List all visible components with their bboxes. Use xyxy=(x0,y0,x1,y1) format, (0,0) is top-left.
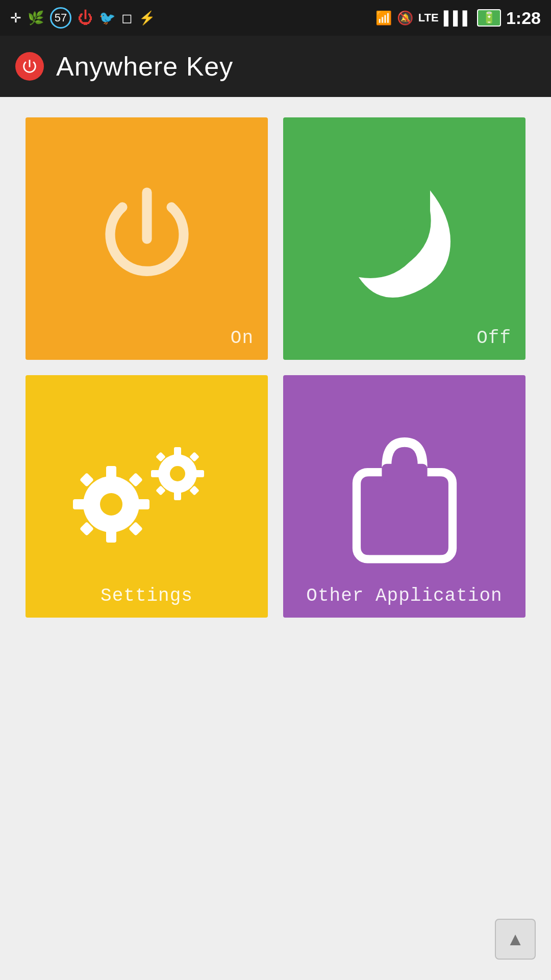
power-icon xyxy=(86,180,208,303)
signal-bars-icon: ▌▌▌ xyxy=(444,10,472,26)
app-title: Anywhere Key xyxy=(56,51,233,82)
svg-rect-24 xyxy=(382,463,427,481)
svg-rect-15 xyxy=(174,491,181,500)
svg-point-3 xyxy=(100,493,122,516)
app-bar: Anywhere Key xyxy=(0,36,551,97)
leaf-icon: 🌿 xyxy=(28,10,44,26)
counter-badge: 57 xyxy=(50,7,71,29)
mute-icon: 🔕 xyxy=(397,10,413,26)
gears-icon xyxy=(70,428,223,571)
svg-rect-23 xyxy=(361,476,448,555)
svg-rect-16 xyxy=(151,470,160,477)
bird-icon: 🐦 xyxy=(99,10,115,26)
add-icon: ✛ xyxy=(10,10,21,26)
settings-tile-label: Settings xyxy=(101,585,193,606)
power-icon-container xyxy=(86,138,208,345)
counter-value: 57 xyxy=(55,11,67,24)
scroll-up-button[interactable]: ▲ xyxy=(495,919,536,960)
battery-icon: 🔋 xyxy=(477,9,501,27)
off-tile[interactable]: Off xyxy=(283,117,525,360)
svg-rect-17 xyxy=(195,470,204,477)
main-content: On Off xyxy=(0,97,551,980)
svg-point-13 xyxy=(170,466,185,481)
off-tile-label: Off xyxy=(477,328,511,349)
svg-rect-14 xyxy=(174,447,181,456)
app-logo-power-icon xyxy=(21,58,38,75)
on-tile-label: On xyxy=(231,328,254,349)
status-bar: ✛ 🌿 57 ⏻ 🐦 ◻ ⚡ 📶 🔕 LTE ▌▌▌ 🔋 1:28 xyxy=(0,0,551,36)
settings-tile[interactable]: Settings xyxy=(26,375,268,618)
time-display: 1:28 xyxy=(506,8,541,28)
status-left-icons: ✛ 🌿 57 ⏻ 🐦 ◻ ⚡ xyxy=(10,7,155,29)
gears-icon-container xyxy=(70,396,223,602)
app-logo xyxy=(15,52,44,81)
power-red-icon: ⏻ xyxy=(78,9,93,27)
svg-rect-4 xyxy=(106,466,116,479)
other-app-tile[interactable]: Other Application xyxy=(283,375,525,618)
moon-icon-container xyxy=(348,138,461,345)
dash-icon: ◻ xyxy=(121,10,133,26)
phone-signal-icon: 📶 xyxy=(375,10,392,26)
on-tile[interactable]: On xyxy=(26,117,268,360)
svg-point-1 xyxy=(397,229,407,239)
svg-rect-5 xyxy=(106,530,116,543)
bag-icon xyxy=(343,430,466,568)
status-right-icons: 📶 🔕 LTE ▌▌▌ 🔋 1:28 xyxy=(375,8,541,28)
bag-icon-container xyxy=(343,396,466,602)
usb-icon: ⚡ xyxy=(139,10,155,26)
lte-label: LTE xyxy=(418,11,439,24)
svg-rect-7 xyxy=(137,499,149,509)
scroll-up-icon: ▲ xyxy=(506,928,524,950)
moon-icon xyxy=(348,175,461,308)
svg-rect-6 xyxy=(73,499,86,509)
tile-grid: On Off xyxy=(26,117,525,618)
other-app-tile-label: Other Application xyxy=(306,585,502,606)
